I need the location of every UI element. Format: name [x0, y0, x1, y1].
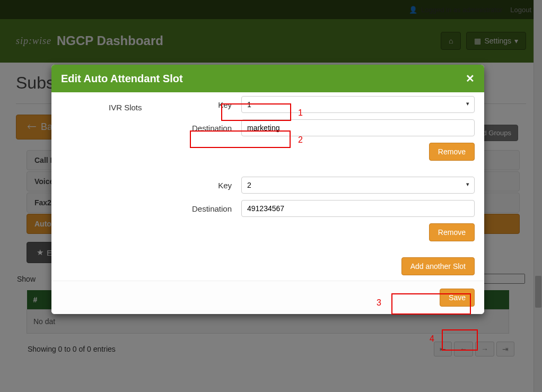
- annotation-num-4: 4: [430, 334, 434, 344]
- modal-body: IVR Slots Key 1 Destination Remove Key: [51, 92, 484, 281]
- close-icon[interactable]: ✕: [466, 72, 475, 85]
- destination-input-2[interactable]: [241, 200, 475, 217]
- annotation-num-3: 3: [377, 298, 381, 308]
- remove-button-1[interactable]: Remove: [429, 143, 475, 161]
- modal-title: Edit Auto Attendant Slot: [61, 73, 183, 85]
- modal-header: Edit Auto Attendant Slot ✕: [51, 65, 484, 92]
- destination-label-1: Destination: [61, 124, 241, 133]
- destination-label-2: Destination: [61, 204, 241, 213]
- key-label-2: Key: [61, 181, 241, 190]
- annotation-num-2: 2: [298, 135, 303, 145]
- destination-input-1[interactable]: [241, 119, 475, 136]
- key-select-2[interactable]: 2: [241, 177, 475, 194]
- modal-footer: Save: [51, 281, 484, 314]
- edit-slot-modal: Edit Auto Attendant Slot ✕ IVR Slots Key…: [51, 65, 484, 314]
- key-select-1[interactable]: 1: [241, 96, 475, 113]
- save-button[interactable]: Save: [440, 289, 475, 307]
- add-slot-button[interactable]: Add another Slot: [401, 257, 475, 275]
- annotation-num-1: 1: [298, 108, 303, 118]
- remove-button-2[interactable]: Remove: [429, 223, 475, 241]
- key-label-1: Key: [61, 100, 241, 109]
